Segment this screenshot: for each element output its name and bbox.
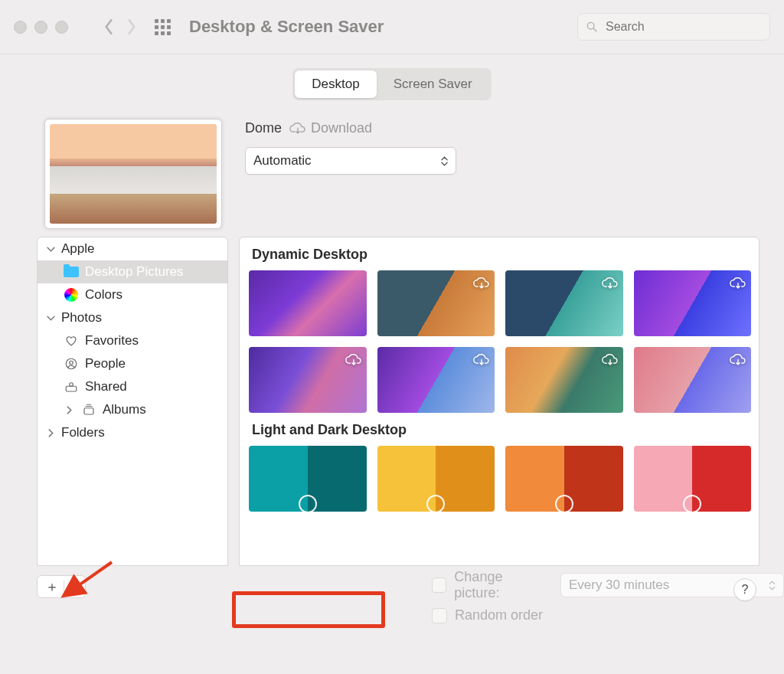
wallpaper-thumb[interactable] bbox=[377, 270, 495, 336]
shared-icon bbox=[64, 379, 79, 394]
cloud-download-icon bbox=[602, 275, 619, 295]
cloud-download-icon bbox=[730, 352, 746, 371]
download-label: Download bbox=[311, 120, 372, 136]
wallpaper-thumb[interactable] bbox=[249, 270, 367, 336]
colorwheel-icon bbox=[64, 288, 78, 302]
updown-icon bbox=[441, 156, 448, 166]
add-source-button[interactable]: ＋ bbox=[45, 580, 59, 594]
chevron-right-icon bbox=[47, 429, 55, 437]
search-icon bbox=[586, 21, 598, 33]
section-light-dark-desktop: Light and Dark Desktop bbox=[252, 422, 751, 438]
sidebar-item-label: Favorites bbox=[85, 333, 139, 348]
wallpaper-thumb[interactable] bbox=[634, 446, 752, 512]
sidebar-item-label: People bbox=[85, 356, 126, 371]
random-order-label: Random order bbox=[455, 607, 543, 623]
random-order-checkbox[interactable] bbox=[432, 608, 447, 623]
sidebar-group-photos[interactable]: Photos bbox=[38, 306, 227, 329]
folder-icon bbox=[64, 267, 79, 277]
minimize-window-button[interactable] bbox=[34, 21, 47, 34]
current-wallpaper-preview bbox=[44, 119, 222, 229]
forward-button[interactable] bbox=[120, 15, 143, 38]
light-dark-icon bbox=[299, 495, 317, 512]
wallpaper-thumb[interactable] bbox=[249, 347, 367, 413]
chevron-down-icon bbox=[47, 314, 55, 322]
sidebar-group-apple[interactable]: Apple bbox=[38, 237, 227, 260]
cloud-download-icon bbox=[602, 352, 619, 371]
sidebar-item-label: Desktop Pictures bbox=[85, 264, 184, 280]
search-input[interactable] bbox=[604, 19, 762, 34]
sidebar-item-desktop-pictures[interactable]: Desktop Pictures bbox=[38, 260, 227, 283]
person-circle-icon bbox=[64, 356, 79, 371]
sidebar-item-label: Shared bbox=[85, 379, 127, 394]
cloud-download-icon bbox=[473, 352, 490, 371]
traffic-lights bbox=[14, 21, 68, 34]
show-all-icon[interactable] bbox=[152, 17, 172, 37]
close-window-button[interactable] bbox=[14, 21, 27, 34]
cloud-download-icon bbox=[473, 275, 490, 295]
current-wallpaper-name: Dome bbox=[245, 120, 282, 136]
wallpaper-thumb[interactable] bbox=[377, 347, 495, 413]
heart-icon bbox=[64, 333, 79, 348]
chevron-down-icon bbox=[47, 245, 55, 254]
sidebar-item-favorites[interactable]: Favorites bbox=[38, 329, 227, 352]
tab-screensaver[interactable]: Screen Saver bbox=[377, 70, 489, 98]
appearance-mode-select[interactable]: Automatic bbox=[245, 147, 456, 175]
wallpaper-thumb[interactable] bbox=[249, 446, 367, 512]
change-interval-value: Every 30 minutes bbox=[569, 577, 669, 593]
svg-point-5 bbox=[70, 383, 74, 387]
change-picture-checkbox[interactable] bbox=[432, 577, 446, 593]
updown-icon bbox=[769, 581, 776, 591]
sidebar-group-folders[interactable]: Folders bbox=[38, 421, 227, 444]
zoom-window-button[interactable] bbox=[55, 21, 68, 34]
sidebar-item-albums[interactable]: Albums bbox=[38, 398, 227, 421]
light-dark-icon bbox=[555, 495, 573, 512]
wallpaper-thumb[interactable] bbox=[634, 270, 752, 336]
chevron-right-icon bbox=[65, 406, 74, 414]
wallpaper-thumb[interactable] bbox=[505, 347, 623, 413]
wallpaper-thumb[interactable] bbox=[505, 270, 623, 336]
back-button[interactable] bbox=[97, 15, 120, 38]
remove-source-button[interactable]: − bbox=[69, 580, 77, 594]
svg-rect-6 bbox=[84, 408, 93, 414]
stack-icon bbox=[81, 402, 96, 417]
sidebar-item-shared[interactable]: Shared bbox=[38, 375, 227, 398]
light-dark-icon bbox=[683, 495, 701, 512]
tab-desktop[interactable]: Desktop bbox=[295, 70, 376, 98]
cloud-download-icon bbox=[289, 122, 306, 136]
sidebar-group-label: Photos bbox=[61, 310, 102, 326]
svg-line-1 bbox=[593, 28, 596, 31]
pane-title: Desktop & Screen Saver bbox=[189, 17, 384, 37]
sidebar-item-people[interactable]: People bbox=[38, 352, 227, 375]
sidebar-group-label: Apple bbox=[61, 241, 94, 257]
cloud-download-icon bbox=[345, 352, 362, 371]
sidebar-item-colors[interactable]: Colors bbox=[38, 283, 227, 306]
sidebar-item-label: Colors bbox=[85, 287, 122, 303]
change-picture-label: Change picture: bbox=[454, 569, 548, 601]
svg-rect-4 bbox=[66, 386, 77, 391]
svg-point-3 bbox=[70, 361, 74, 365]
search-field[interactable] bbox=[577, 13, 770, 41]
wallpaper-thumb[interactable] bbox=[505, 446, 623, 512]
wallpaper-thumb[interactable] bbox=[634, 347, 752, 413]
appearance-mode-value: Automatic bbox=[253, 153, 312, 168]
cloud-download-icon bbox=[730, 275, 746, 295]
window-toolbar: Desktop & Screen Saver bbox=[0, 0, 784, 54]
sidebar-item-label: Albums bbox=[103, 402, 146, 417]
section-dynamic-desktop: Dynamic Desktop bbox=[252, 247, 751, 263]
wallpaper-gallery[interactable]: Dynamic Desktop Light and Dark Desktop bbox=[239, 237, 760, 566]
download-button[interactable]: Download bbox=[289, 120, 372, 136]
wallpaper-thumb[interactable] bbox=[377, 446, 495, 512]
tab-bar: Desktop Screen Saver bbox=[0, 68, 784, 100]
sidebar-group-label: Folders bbox=[61, 425, 105, 440]
light-dark-icon bbox=[426, 495, 445, 512]
help-button[interactable]: ? bbox=[733, 578, 756, 601]
add-remove-source: ＋ − bbox=[37, 575, 86, 598]
source-sidebar[interactable]: Apple Desktop Pictures Colors Photos Fav… bbox=[37, 237, 228, 566]
